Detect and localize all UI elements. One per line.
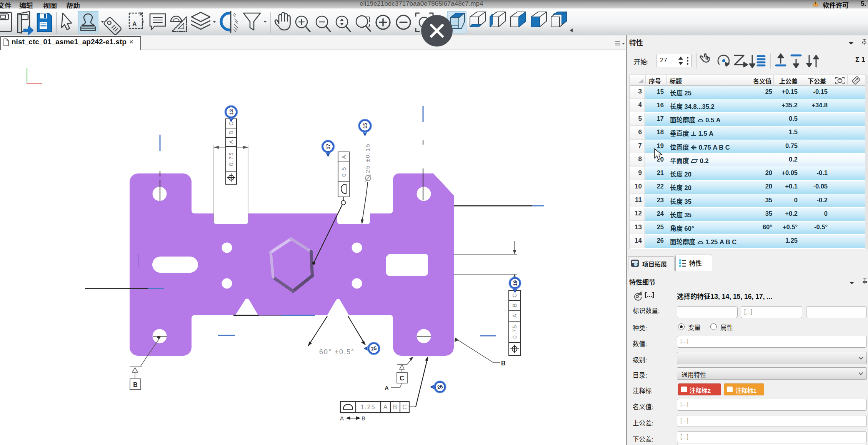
svg-text:A: A xyxy=(511,314,518,318)
svg-text:60° ±0.5°: 60° ±0.5° xyxy=(319,348,355,356)
svg-text:15: 15 xyxy=(362,123,368,128)
svg-text:0.75: 0.75 xyxy=(228,152,234,166)
svg-text:B: B xyxy=(393,404,397,410)
svg-text:26: 26 xyxy=(437,383,443,390)
svg-text:A: A xyxy=(383,404,388,410)
svg-text:B: B xyxy=(133,382,138,388)
svg-text:25 ±0.15: 25 ±0.15 xyxy=(364,143,371,173)
svg-text:!: ! xyxy=(815,2,816,6)
svg-text:B: B xyxy=(228,131,234,135)
svg-text:A: A xyxy=(385,385,389,391)
svg-text:A: A xyxy=(132,21,137,27)
svg-text:0.5: 0.5 xyxy=(340,167,347,177)
svg-text:A: A xyxy=(340,155,347,159)
svg-text:A: A xyxy=(228,140,234,144)
svg-text:C: C xyxy=(402,404,407,410)
svg-text:17: 17 xyxy=(325,144,331,149)
svg-text:25: 25 xyxy=(371,345,377,352)
svg-text:B: B xyxy=(362,415,365,422)
svg-text:19: 19 xyxy=(512,280,518,286)
svg-text:C: C xyxy=(400,375,404,382)
svg-text:C: C xyxy=(511,293,518,297)
svg-text:B: B xyxy=(511,303,518,307)
svg-text:B: B xyxy=(501,360,506,367)
svg-text:0.75: 0.75 xyxy=(511,324,518,338)
svg-text:13: 13 xyxy=(228,109,234,115)
svg-text:A: A xyxy=(340,415,344,422)
svg-text:1.25: 1.25 xyxy=(360,404,375,410)
